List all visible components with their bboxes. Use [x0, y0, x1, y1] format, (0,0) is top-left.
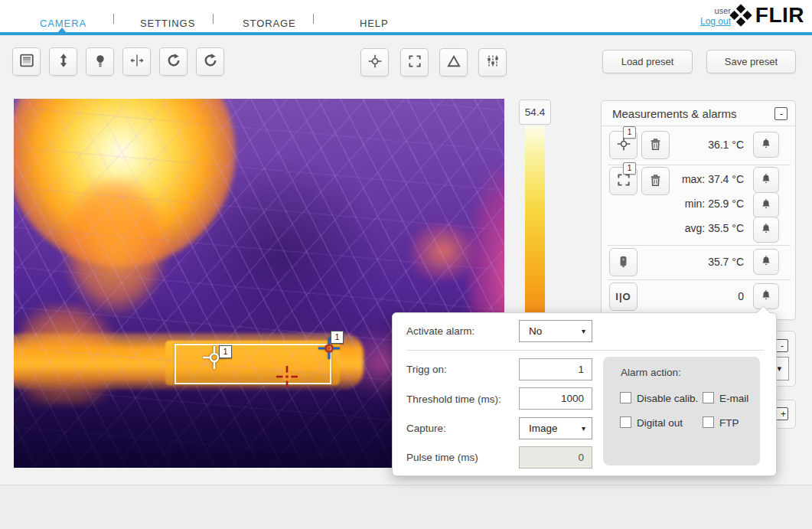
load-preset-button[interactable]: Load preset — [602, 50, 693, 73]
measurements-panel-header: Measurements & alarms - — [602, 101, 795, 126]
box-coldspot-marker[interactable] — [273, 363, 301, 393]
row-divider — [608, 279, 791, 280]
activate-alarm-select[interactable]: No ▾ — [519, 320, 592, 342]
box-1-button[interactable]: 1 — [609, 167, 638, 195]
ftp-checkbox[interactable] — [703, 416, 714, 428]
active-tab-caret — [57, 28, 67, 33]
camera-temp-value: 35.7 °C — [708, 256, 744, 268]
bell-icon — [759, 222, 773, 238]
chevron-down-icon: ▾ — [582, 327, 585, 335]
spot-1-value: 36.1 °C — [708, 139, 744, 151]
spot-marker-label: 1 — [219, 345, 232, 358]
palette-icon — [18, 52, 35, 71]
pulse-time-label: Pulse time (ms) — [406, 452, 478, 463]
spot-meter-icon — [367, 54, 383, 71]
digital-io-value: 0 — [738, 290, 744, 302]
capture-select[interactable]: Image ▾ — [519, 417, 592, 439]
trigg-on-input[interactable] — [519, 358, 592, 380]
ftp-label: FTP — [719, 417, 739, 429]
box-avg-alarm-button[interactable] — [753, 217, 779, 243]
bell-icon — [759, 198, 773, 214]
box-min-alarm-button[interactable] — [753, 192, 779, 218]
tab-divider — [113, 14, 114, 24]
alarm-action-box: Alarm action: Disable calib. E-mail Digi… — [603, 357, 760, 465]
bell-icon — [759, 137, 773, 153]
save-preset-button[interactable]: Save preset — [706, 50, 796, 73]
spot-meter-icon — [616, 136, 631, 154]
rotate-icon — [203, 53, 218, 70]
add-spot-button[interactable] — [360, 48, 389, 77]
delete-spot-1-button[interactable] — [641, 131, 670, 159]
spot-1-button[interactable]: 1 — [609, 131, 638, 159]
popup-divider — [406, 350, 764, 351]
chevron-down-icon: ▾ — [582, 424, 585, 433]
lamp-button[interactable] — [86, 47, 114, 76]
camera-temp-alarm-button[interactable] — [753, 249, 779, 275]
tab-divider — [313, 14, 314, 24]
disable-calib-label: Disable calib. — [637, 393, 698, 404]
threshold-time-input[interactable] — [519, 387, 592, 410]
collapse-panel-button[interactable]: - — [775, 339, 788, 352]
tab-help[interactable]: HELP — [360, 18, 389, 29]
activate-alarm-label: Activate alarm: — [406, 325, 474, 337]
sliders-icon — [485, 54, 501, 71]
row-divider — [608, 245, 791, 246]
activate-alarm-value: No — [529, 325, 542, 337]
split-arrows-icon — [129, 53, 145, 70]
disable-calib-checkbox[interactable] — [620, 392, 631, 403]
tab-divider — [213, 14, 214, 24]
measurements-panel-title: Measurements & alarms — [612, 107, 737, 120]
digital-out-label: Digital out — [637, 417, 683, 429]
digital-io-alarm-button[interactable] — [753, 283, 779, 309]
delta-icon — [446, 54, 461, 71]
area-box-icon — [407, 54, 422, 71]
area-box-icon — [616, 172, 631, 190]
tab-settings[interactable]: SETTINGS — [140, 18, 195, 29]
digital-io-button[interactable]: I|O — [609, 282, 638, 311]
auto-adjust-button[interactable] — [49, 47, 77, 76]
rotate-image-button[interactable] — [196, 47, 224, 76]
tab-storage[interactable]: STORAGE — [243, 18, 296, 29]
pulse-time-input — [519, 446, 592, 469]
bell-icon — [759, 254, 773, 270]
top-nav: CAMERA SETTINGS STORAGE HELP user Log ou… — [0, 0, 812, 32]
measurements-panel: Measurements & alarms - 1 36.1 °C 1 max:… — [601, 100, 796, 320]
email-checkbox[interactable] — [703, 392, 714, 403]
rotate-icon — [166, 53, 181, 70]
logout-link[interactable]: Log out — [700, 16, 731, 27]
delete-box-1-button[interactable] — [641, 167, 670, 195]
camera-temp-button[interactable] — [609, 248, 638, 276]
add-delta-button[interactable] — [439, 48, 468, 77]
alarm-settings-popup: Activate alarm: No ▾ Trigg on: Threshold… — [392, 312, 777, 476]
calibrate-button[interactable] — [159, 47, 188, 76]
trash-icon — [648, 137, 663, 154]
box-max-value: max: 37.4 °C — [682, 173, 744, 185]
trigg-on-label: Trigg on: — [406, 364, 447, 375]
box-marker-label: 1 — [331, 331, 344, 344]
alarm-action-title: Alarm action: — [621, 367, 681, 378]
box-max-alarm-button[interactable] — [753, 167, 779, 193]
levels-button[interactable] — [478, 48, 507, 77]
spot-1-alarm-button[interactable] — [753, 132, 779, 158]
box-avg-value: avg: 35.5 °C — [685, 222, 744, 234]
bell-icon — [759, 289, 773, 305]
focus-split-button[interactable] — [122, 47, 151, 76]
box-1-badge: 1 — [623, 162, 636, 175]
brand-text: FLIR — [755, 3, 804, 28]
capture-value: Image — [529, 423, 558, 434]
measurement-box-1[interactable] — [174, 344, 331, 384]
bulb-icon — [93, 53, 108, 70]
flir-logo: FLIR — [729, 3, 804, 28]
camera-sensor-icon — [616, 254, 631, 271]
palette-button[interactable] — [12, 47, 41, 76]
collapse-panel-button[interactable]: - — [774, 107, 788, 120]
scale-max-value[interactable]: 54.4 — [519, 100, 551, 125]
spot-1-badge: 1 — [623, 126, 636, 139]
bottom-bar — [0, 485, 812, 529]
bell-icon — [759, 172, 773, 188]
digital-out-checkbox[interactable] — [620, 416, 631, 428]
vertical-arrows-icon — [56, 53, 71, 70]
expand-panel-button[interactable]: + — [775, 407, 788, 420]
threshold-time-label: Threshold time (ms): — [406, 393, 501, 405]
add-box-button[interactable] — [400, 48, 429, 77]
